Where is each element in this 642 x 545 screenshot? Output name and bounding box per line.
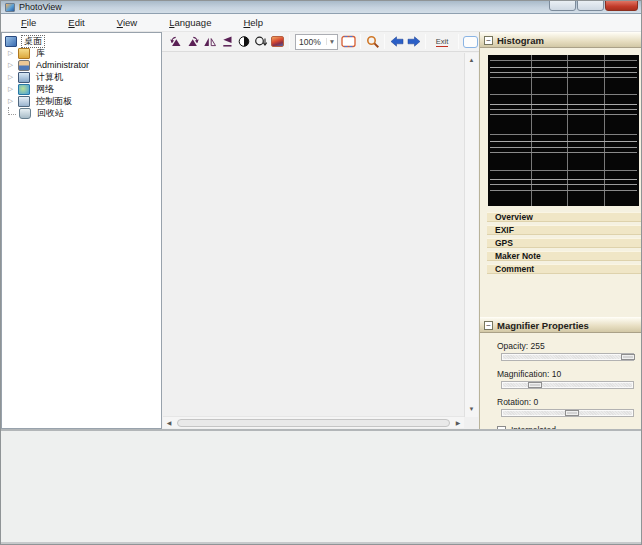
horizontal-scrollbar[interactable]: ◀ ▶ <box>163 416 464 428</box>
menubar: File Edit View Language Help <box>1 14 641 32</box>
rotation-label: Rotation: 0 <box>497 397 642 407</box>
tree-item-label[interactable]: 回收站 <box>35 108 66 119</box>
scroll-left-icon[interactable]: ◀ <box>163 419 175 426</box>
expander-icon[interactable]: ▷ <box>8 47 15 59</box>
menu-help[interactable]: Help <box>236 15 270 30</box>
tree-item-label[interactable]: Administrator <box>34 60 91 71</box>
magnifier-button[interactable] <box>364 33 381 50</box>
fit-to-window-icon <box>341 35 356 48</box>
slider-thumb[interactable] <box>621 354 635 360</box>
expander-icon[interactable]: ▷ <box>8 95 15 107</box>
bottom-strip <box>1 429 641 544</box>
arrow-left-icon <box>390 35 404 48</box>
menu-edit[interactable]: Edit <box>61 15 91 30</box>
tree-item-label[interactable]: 控制面板 <box>34 96 74 107</box>
magnifier-controls: Opacity: 255 Magnification: 10 Rotation:… <box>480 333 642 429</box>
section-overview[interactable]: Overview <box>487 212 642 222</box>
opacity-slider[interactable] <box>501 353 634 361</box>
frame-icon <box>463 36 478 48</box>
tree-item-desktop[interactable]: 桌面 <box>2 35 161 47</box>
expander-icon[interactable]: ▷ <box>8 59 15 71</box>
flip-vertical-button[interactable] <box>218 33 235 50</box>
slider-thumb[interactable] <box>528 382 542 388</box>
toolbar-separator <box>425 34 426 49</box>
histogram-canvas <box>488 55 639 206</box>
scroll-up-icon[interactable]: ▲ <box>465 54 478 67</box>
magnification-slider[interactable] <box>501 381 634 389</box>
toolbar-separator <box>458 34 459 49</box>
magnifier-properties-header[interactable]: − Magnifier Properties <box>480 317 642 333</box>
next-image-button[interactable] <box>405 33 422 50</box>
user-icon <box>18 60 30 71</box>
magnification-label: Magnification: 10 <box>497 369 642 379</box>
scrollbar-thumb[interactable] <box>177 419 450 427</box>
right-panel: − Histogram <box>479 32 642 429</box>
fit-to-window-button[interactable] <box>340 33 357 50</box>
tree-item-control-panel[interactable]: ▷ 控制面板 <box>2 95 161 107</box>
histogram-header[interactable]: − Histogram <box>480 32 642 48</box>
tree-item-administrator[interactable]: ▷ Administrator <box>2 59 161 71</box>
rotate-left-button[interactable] <box>167 33 184 50</box>
section-maker-note[interactable]: Maker Note <box>487 251 642 261</box>
expander-icon[interactable]: ▷ <box>8 71 15 83</box>
library-icon <box>18 48 30 59</box>
arrow-right-icon <box>407 35 421 48</box>
rotate-right-button[interactable] <box>184 33 201 50</box>
tree-item-computer[interactable]: ▷ 计算机 <box>2 71 161 83</box>
magnifier-icon <box>366 35 380 49</box>
exit-button[interactable]: Exit <box>429 33 455 50</box>
tree-item-recycle-bin[interactable]: 回收站 <box>2 107 161 119</box>
tree-connector <box>8 107 16 115</box>
network-icon <box>18 84 30 95</box>
collapse-icon[interactable]: − <box>484 321 493 330</box>
flip-horizontal-button[interactable] <box>201 33 218 50</box>
section-comment[interactable]: Comment <box>487 264 642 274</box>
toolbar-separator <box>384 34 385 49</box>
section-exif[interactable]: EXIF <box>487 225 642 235</box>
section-gps[interactable]: GPS <box>487 238 642 248</box>
control-panel-icon <box>18 96 30 107</box>
toolbar: 100% ▼ <box>162 32 479 52</box>
titlebar[interactable]: PhotoView <box>1 1 641 14</box>
menu-file[interactable]: File <box>14 15 43 30</box>
zoom-level-select[interactable]: 100% ▼ <box>295 34 338 50</box>
vertical-scrollbar[interactable]: ▲ ▼ <box>464 53 478 417</box>
desktop-icon <box>5 36 17 47</box>
chevron-down-icon[interactable]: ▼ <box>326 38 337 45</box>
frame-button[interactable] <box>462 33 479 50</box>
close-button[interactable] <box>605 0 638 11</box>
tree-item-label[interactable]: 网络 <box>34 84 56 95</box>
minimize-button[interactable] <box>549 0 576 11</box>
scroll-down-icon[interactable]: ▼ <box>465 403 478 416</box>
expander-icon[interactable]: ▷ <box>8 83 15 95</box>
collapse-icon[interactable]: − <box>484 36 493 45</box>
tree-item-label[interactable]: 库 <box>34 48 47 59</box>
flip-vertical-icon <box>220 35 234 48</box>
exit-label: Exit <box>436 37 449 47</box>
contrast-button[interactable] <box>235 33 252 50</box>
comment-content-area <box>480 277 642 317</box>
previous-image-button[interactable] <box>388 33 405 50</box>
color-adjust-button[interactable] <box>269 33 286 50</box>
tree-item-library[interactable]: ▷ 库 <box>2 47 161 59</box>
flip-horizontal-icon <box>203 35 217 48</box>
rotate-right-icon <box>186 35 200 48</box>
maximize-button[interactable] <box>577 0 604 11</box>
photoview-window: PhotoView File Edit View Language Help 桌… <box>0 0 642 545</box>
recycle-bin-icon <box>19 108 31 119</box>
brightness-down-button[interactable] <box>252 33 269 50</box>
toolbar-separator <box>360 34 361 49</box>
menu-language[interactable]: Language <box>162 15 218 30</box>
tree-item-label[interactable]: 桌面 <box>21 35 45 48</box>
scroll-right-icon[interactable]: ▶ <box>452 419 464 426</box>
window-bottom-edge <box>1 542 641 544</box>
metadata-sections: Overview EXIF GPS Maker Note Comment <box>480 212 642 274</box>
image-view-area[interactable]: ▲ ▼ ◀ ▶ <box>162 52 479 429</box>
slider-thumb[interactable] <box>565 410 579 416</box>
tree-item-label[interactable]: 计算机 <box>34 72 65 83</box>
rotation-slider[interactable] <box>501 409 634 417</box>
menu-view[interactable]: View <box>110 15 144 30</box>
rotate-left-icon <box>169 35 183 48</box>
tree-item-network[interactable]: ▷ 网络 <box>2 83 161 95</box>
computer-icon <box>18 72 30 83</box>
